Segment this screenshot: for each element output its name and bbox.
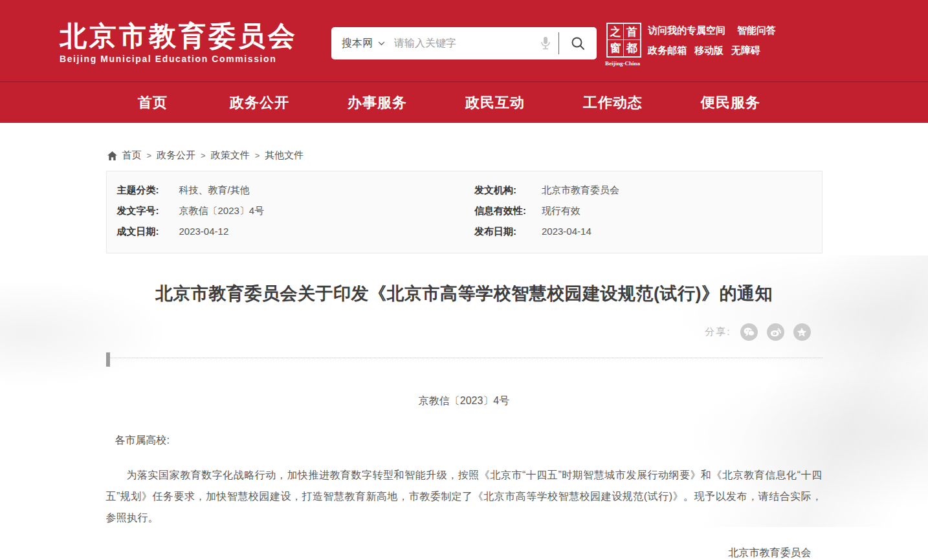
nav-item-work-updates[interactable]: 工作动态 [554, 82, 672, 124]
meta-value: 京教信〔2023〕4号 [179, 205, 265, 217]
shoudu-zhichuang-logo[interactable]: 之 首 窗 都 Beijing-China [606, 23, 641, 58]
breadcrumb: 首页 > 政务公开 > 政策文件 > 其他文件 [106, 123, 823, 171]
meta-label: 发文字号: [117, 205, 179, 217]
nav-item-services[interactable]: 办事服务 [318, 82, 436, 124]
meta-label: 主题分类: [117, 184, 179, 197]
meta-value: 北京市教育委员会 [542, 184, 619, 197]
meta-row-doc-number: 发文字号: 京教信〔2023〕4号 [107, 201, 465, 222]
nav-item-interaction[interactable]: 政民互动 [436, 82, 554, 124]
portal-logo-char: 都 [624, 40, 640, 56]
link-my-space[interactable]: 访问我的专属空间 [648, 25, 725, 37]
wechat-icon [744, 327, 755, 337]
breadcrumb-home[interactable]: 首页 [122, 149, 142, 162]
signature-organization: 北京市教育委员会 [106, 546, 812, 560]
nav-item-convenience[interactable]: 便民服务 [672, 82, 790, 124]
meta-value: 科技、教育/其他 [179, 184, 250, 197]
meta-value: 2023-04-12 [179, 226, 229, 238]
meta-row-publish-date: 发布日期: 2023-04-14 [464, 222, 822, 242]
meta-label: 成文日期: [117, 226, 179, 238]
article-title: 北京市教育委员会关于印发《北京市高等学校智慧校园建设规范(试行)》的通知 [106, 282, 823, 305]
share-row: 分享: [106, 323, 811, 341]
search-box: 搜本网 [331, 27, 597, 59]
site-header: 北京市教育委员会 Beijing Municipal Education Com… [0, 0, 928, 81]
meta-row-validity: 信息有效性: 现行有效 [464, 201, 822, 222]
meta-label: 发文机构: [474, 184, 542, 197]
share-wechat-button[interactable] [740, 323, 758, 341]
breadcrumb-separator: > [147, 151, 152, 160]
home-icon [107, 151, 117, 160]
meta-row-topic: 主题分类: 科技、教育/其他 [107, 180, 465, 201]
portal-logo-char: 首 [624, 24, 640, 40]
meta-value: 2023-04-14 [542, 226, 591, 238]
nav-item-home[interactable]: 首页 [105, 82, 201, 124]
search-scope-dropdown[interactable]: 搜本网 [331, 37, 394, 50]
portal-logo-char: 窗 [608, 40, 624, 56]
search-scope-label: 搜本网 [342, 37, 373, 50]
chevron-down-icon [378, 41, 385, 46]
link-mobile-version[interactable]: 移动版 [694, 45, 724, 57]
search-input[interactable] [394, 38, 538, 49]
breadcrumb-gov-affairs[interactable]: 政务公开 [157, 149, 195, 162]
document-meta-box: 主题分类: 科技、教育/其他 发文字号: 京教信〔2023〕4号 成文日期: 2… [106, 171, 823, 253]
share-weibo-button[interactable] [767, 323, 784, 341]
meta-label: 发布日期: [474, 226, 542, 238]
body-paragraph: 为落实国家教育数字化战略行动，加快推进教育数字转型和智能升级，按照《北京市“十四… [106, 464, 823, 528]
breadcrumb-separator: > [201, 151, 206, 160]
search-button[interactable] [559, 27, 597, 59]
share-qzone-button[interactable] [793, 323, 811, 341]
meta-row-issuing-agency: 发文机构: 北京市教育委员会 [464, 180, 822, 201]
meta-row-written-date: 成文日期: 2023-04-12 [107, 222, 465, 242]
link-accessibility[interactable]: 无障碍 [731, 45, 760, 57]
nav-item-gov-affairs[interactable]: 政务公开 [201, 82, 318, 124]
site-title-en: Beijing Municipal Education Commission [60, 54, 298, 64]
weibo-icon [770, 327, 781, 337]
site-logo[interactable]: 北京市教育委员会 Beijing Municipal Education Com… [60, 21, 298, 64]
share-label: 分享: [705, 326, 731, 338]
breadcrumb-policy-docs[interactable]: 政策文件 [211, 149, 250, 162]
qzone-star-icon [797, 327, 807, 338]
breadcrumb-other-docs[interactable]: 其他文件 [265, 149, 304, 162]
meta-label: 信息有效性: [474, 205, 542, 217]
link-gov-mailbox[interactable]: 政务邮箱 [648, 45, 687, 57]
breadcrumb-separator: > [255, 151, 260, 160]
site-title-zh: 北京市教育委员会 [60, 21, 298, 51]
portal-logo-char: 之 [608, 24, 624, 40]
salutation: 各市属高校: [115, 434, 823, 447]
main-nav: 首页 政务公开 办事服务 政民互动 工作动态 便民服务 [0, 81, 928, 123]
portal-logo-caption: Beijing-China [605, 60, 640, 67]
section-divider [106, 352, 823, 367]
microphone-icon[interactable] [538, 36, 558, 50]
link-smart-qa[interactable]: 智能问答 [737, 25, 776, 37]
search-icon [570, 36, 586, 51]
meta-value: 现行有效 [542, 205, 580, 217]
document-number: 京教信〔2023〕4号 [106, 394, 823, 408]
